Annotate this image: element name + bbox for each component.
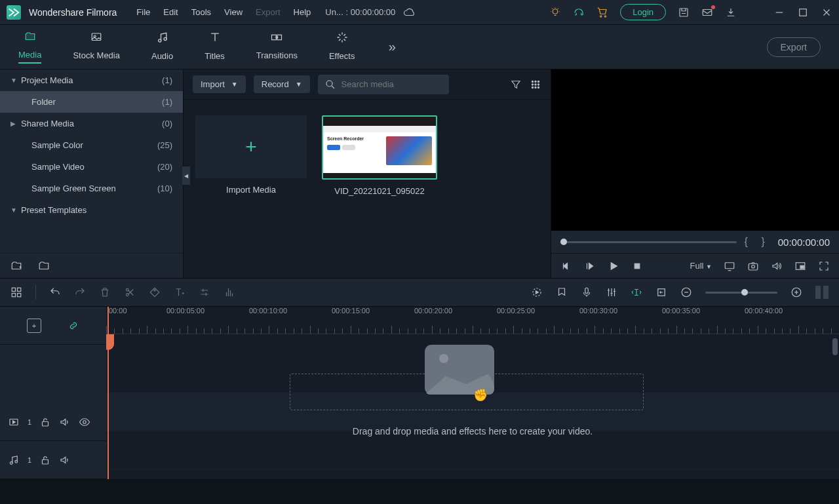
- track-height-icon[interactable]: [815, 286, 829, 299]
- render-icon[interactable]: [631, 286, 642, 298]
- layout-icon[interactable]: [10, 286, 22, 298]
- fullscreen-icon[interactable]: [818, 260, 830, 272]
- search-input[interactable]: [341, 79, 442, 89]
- mute-icon[interactable]: [59, 454, 71, 466]
- filter-icon[interactable]: [510, 79, 522, 90]
- zoom-out-icon[interactable]: [680, 286, 692, 298]
- svg-point-43: [10, 461, 12, 464]
- tab-audio[interactable]: Audio: [151, 31, 173, 64]
- auto-icon[interactable]: [531, 286, 543, 298]
- video-track-header[interactable]: 1: [0, 403, 106, 441]
- equalizer-icon[interactable]: [224, 286, 235, 298]
- menu-file[interactable]: File: [136, 7, 150, 17]
- playhead[interactable]: [107, 307, 109, 479]
- visibility-icon[interactable]: [79, 416, 90, 428]
- download-icon[interactable]: [725, 7, 737, 18]
- timeline-scrollbar[interactable]: [832, 338, 838, 355]
- tab-titles[interactable]: Titles: [205, 31, 225, 64]
- timeline-ruler[interactable]: 00:00 00:00:05:00 00:00:10:00 00:00:15:0…: [106, 307, 839, 334]
- svg-point-13: [532, 81, 533, 82]
- delete-icon[interactable]: [99, 286, 111, 298]
- volume-icon[interactable]: [771, 260, 783, 272]
- link-icon[interactable]: [68, 320, 79, 332]
- zoom-slider[interactable]: [705, 292, 777, 294]
- display-icon[interactable]: [724, 260, 735, 272]
- import-dropdown[interactable]: Import ▼: [193, 75, 246, 93]
- headset-icon[interactable]: [573, 7, 585, 18]
- tab-effects[interactable]: Effects: [329, 31, 355, 64]
- mute-icon[interactable]: [59, 416, 71, 428]
- tag-icon[interactable]: [149, 286, 161, 298]
- marker-icon[interactable]: [556, 286, 568, 298]
- sidebar-item-shared-media[interactable]: ▶ Shared Media (0): [0, 113, 183, 134]
- menu-tools[interactable]: Tools: [191, 7, 211, 17]
- tab-transitions[interactable]: Transitions: [256, 31, 298, 63]
- tab-media[interactable]: Media: [18, 31, 41, 64]
- menu-help[interactable]: Help: [294, 7, 311, 17]
- pip-icon[interactable]: [794, 260, 806, 272]
- minimize-icon[interactable]: [773, 7, 785, 18]
- menu-edit[interactable]: Edit: [163, 7, 178, 17]
- maximize-icon[interactable]: [797, 7, 809, 18]
- collapse-sidebar-icon[interactable]: ◀: [182, 166, 190, 185]
- svg-rect-41: [43, 421, 49, 426]
- sidebar-item-project-media[interactable]: ▼ Project Media (1): [0, 69, 183, 91]
- audio-track-header[interactable]: 1: [0, 441, 106, 479]
- lightbulb-icon[interactable]: [549, 7, 561, 18]
- trim-brackets[interactable]: { }: [745, 236, 770, 248]
- svg-point-21: [537, 87, 539, 88]
- mixer-icon[interactable]: [606, 286, 617, 298]
- mail-icon[interactable]: [701, 7, 713, 18]
- menu-export[interactable]: Export: [256, 7, 281, 17]
- new-folder-icon[interactable]: [10, 260, 22, 272]
- svg-rect-24: [749, 263, 758, 270]
- mic-icon[interactable]: [581, 286, 593, 298]
- sidebar-item-preset-templates[interactable]: ▼ Preset Templates: [0, 199, 183, 221]
- menu-view[interactable]: View: [224, 7, 243, 17]
- drop-preview-thumb: [425, 345, 494, 395]
- lock-icon[interactable]: [39, 454, 51, 466]
- timeline-tracks[interactable]: 00:00 00:00:05:00 00:00:10:00 00:00:15:0…: [106, 307, 839, 479]
- grid-view-icon[interactable]: [530, 79, 541, 90]
- svg-point-8: [158, 39, 161, 41]
- zoom-in-icon[interactable]: [790, 286, 802, 298]
- play-icon[interactable]: [608, 260, 619, 272]
- crop-icon[interactable]: [655, 286, 667, 298]
- step-forward-icon[interactable]: [584, 260, 596, 272]
- redo-icon[interactable]: [74, 286, 86, 298]
- cart-icon[interactable]: [596, 7, 608, 18]
- preview-screen[interactable]: [551, 69, 839, 231]
- audio-track-row[interactable]: [106, 431, 839, 469]
- adjust-icon[interactable]: [199, 286, 210, 298]
- tab-label: Titles: [205, 51, 225, 61]
- login-button[interactable]: Login: [620, 4, 666, 20]
- clip-thumbnail[interactable]: Screen Recorder: [322, 115, 437, 180]
- more-tabs-icon[interactable]: »: [386, 41, 398, 53]
- sidebar-item-sample-video[interactable]: Sample Video (20): [0, 156, 183, 178]
- record-dropdown[interactable]: Record ▼: [254, 75, 310, 93]
- save-icon[interactable]: [678, 7, 690, 18]
- lock-icon[interactable]: [39, 416, 51, 428]
- prev-frame-icon[interactable]: [560, 260, 572, 272]
- titlebar: Wondershare Filmora File Edit Tools View…: [0, 0, 839, 25]
- sidebar-item-sample-green[interactable]: Sample Green Screen (10): [0, 178, 183, 199]
- undo-icon[interactable]: [49, 286, 61, 298]
- close-icon[interactable]: [821, 7, 832, 18]
- tab-stock-media[interactable]: Stock Media: [73, 31, 120, 63]
- export-button[interactable]: Export: [767, 37, 821, 57]
- add-text-icon[interactable]: [174, 286, 185, 298]
- search-media[interactable]: [318, 75, 449, 94]
- progress-slider[interactable]: [560, 241, 737, 243]
- sidebar-item-sample-color[interactable]: Sample Color (25): [0, 134, 183, 156]
- chevron-down-icon: ▼: [296, 81, 302, 88]
- folder-icon[interactable]: [38, 260, 50, 272]
- split-icon[interactable]: [124, 286, 136, 298]
- media-clip[interactable]: Screen Recorder VID_20221021_095022: [324, 115, 435, 196]
- stop-icon[interactable]: [631, 260, 643, 272]
- sidebar-item-folder[interactable]: Folder (1): [0, 91, 183, 113]
- import-media-card[interactable]: + Import Media: [195, 115, 307, 195]
- cloud-icon[interactable]: [403, 7, 415, 18]
- snapshot-icon[interactable]: [747, 260, 759, 272]
- add-track-button[interactable]: +: [27, 319, 41, 333]
- quality-selector[interactable]: Full ▼: [690, 261, 712, 271]
